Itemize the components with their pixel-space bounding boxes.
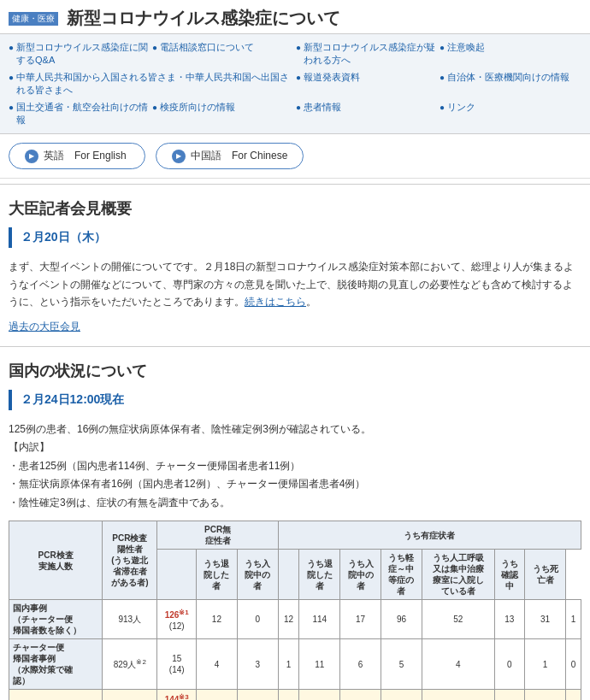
th-asym-count <box>157 550 197 600</box>
nav-item-links[interactable]: ● リンク <box>440 101 581 127</box>
domestic-asym: 12 <box>196 600 237 639</box>
minister-more-link[interactable]: 続きはこちら <box>245 296 306 308</box>
charter-severe: 0 <box>494 639 525 690</box>
th-asymptomatic-group: PCR無症性者 <box>157 521 278 550</box>
minister-body: まず、大型イベントの開催についてです。２月18日の新型コロナウイルス感染症対策本… <box>0 255 590 317</box>
lang-buttons-area: ▶ 英語 For English ▶ 中国語 For Chinese <box>0 134 590 179</box>
nav-item-alert[interactable]: ● 注意喚起 <box>440 41 581 68</box>
table-row-total: 合計 1,742人 144※3(26) 16 3 13 125 23 101 5… <box>9 690 581 700</box>
minister-section-title: 大臣記者会見概要 <box>0 190 590 224</box>
bullet-icon: ● <box>296 42 301 54</box>
total-confirming: 32 <box>525 690 566 700</box>
total-sym: 125 <box>299 690 340 700</box>
nav-area: ● 新型コロナウイルス感染症に関するQ&A ● 電話相談窓口について ● 新型コ… <box>0 34 590 134</box>
domestic-summary: 125例の患者、16例の無症状病原体保有者、陰性確定例3例が確認されている。 【… <box>0 417 590 516</box>
bullet-icon: ● <box>9 102 14 114</box>
charter-positive: 15(14) <box>157 639 197 690</box>
bullet-icon: ● <box>296 102 301 114</box>
nav-item-press[interactable]: ● 報道発表資料 <box>296 71 438 97</box>
nav-item-phone[interactable]: ● 電話相談窓口について <box>152 41 294 68</box>
th-sym-count <box>278 550 299 600</box>
charter-asym: 4 <box>196 639 237 690</box>
domestic-date: ２月24日12:00現在 <box>9 390 581 410</box>
covid-table: PCR検査実施人数 PCR検査陽性者(うち遊北省滞在者がある者) PCR無症性者… <box>9 521 581 700</box>
english-circle-icon: ▶ <box>25 150 38 163</box>
english-label: 英語 For English <box>44 149 127 163</box>
header-area: 健康・医療 新型コロナウイルス感染症について <box>0 0 590 34</box>
domestic-severe: 13 <box>494 600 525 639</box>
nav-item-china[interactable]: ● 中華人民共和国から入国される皆さま・中華人民共和国へ出国される皆さまへ <box>9 71 294 97</box>
domestic-sym: 114 <box>299 600 340 639</box>
bullet-icon: ● <box>296 72 301 84</box>
th-asym-discharged: うち退院した者 <box>196 550 237 600</box>
domestic-sym-discharged: 17 <box>340 600 381 639</box>
th-mild: うち軽症～中等症の者 <box>381 550 422 600</box>
past-minister-link[interactable]: 過去の大臣会見 <box>0 318 590 341</box>
total-mild: 56 <box>422 690 494 700</box>
minister-date: ２月20日（木） <box>9 227 581 248</box>
total-asym-discharged: 3 <box>237 690 278 700</box>
charter-sym-hospital: 5 <box>381 639 422 690</box>
domestic-asym-discharged: 0 <box>237 600 278 639</box>
th-severe: うち人工呼吸又は集中治療療室に入院している者 <box>422 550 494 600</box>
nav-item-local[interactable]: ● 自治体・医療機関向けの情報 <box>440 71 581 97</box>
charter-mild: 4 <box>422 639 494 690</box>
bullet-icon: ● <box>152 102 157 114</box>
domestic-section-title: 国内の状況について <box>0 352 590 386</box>
total-positive: 144※3(26) <box>157 690 197 700</box>
total-sym-hospital: 101 <box>381 690 422 700</box>
th-confirming: うち確認中 <box>494 550 525 600</box>
th-asym-hospital: うち入院中の者 <box>237 550 278 600</box>
covid-table-wrapper: PCR検査実施人数 PCR検査陽性者(うち遊北省滞在者がある者) PCR無症性者… <box>0 515 590 700</box>
th-pcr-positive: PCR検査陽性者(うち遊北省滞在者がある者) <box>103 521 157 600</box>
total-asym-hospital: 13 <box>278 690 299 700</box>
th-died: うち死亡者 <box>525 550 566 600</box>
label-charter: チャーター便帰国者事例（水際対策で確認） <box>9 639 103 690</box>
domestic-mild: 52 <box>422 600 494 639</box>
domestic-confirming: 31 <box>525 600 566 639</box>
bullet-icon: ● <box>9 42 14 54</box>
domestic-section: 国内の状況について ２月24日12:00現在 125例の患者、16例の無症状病原… <box>0 352 590 700</box>
nav-item-suspected[interactable]: ● 新型コロナウイルス感染症が疑われる方へ <box>296 41 438 68</box>
table-row-domestic: 国内事例（チャーター便帰国者数を除く） 913人 126※1(12) 12 0 … <box>9 600 581 639</box>
bullet-icon: ● <box>152 42 157 54</box>
th-pcr-total: PCR検査実施人数 <box>9 521 103 600</box>
charter-confirming: 1 <box>525 639 566 690</box>
nav-item-patients[interactable]: ● 患者情報 <box>296 101 438 127</box>
domestic-asym-hospital: 12 <box>278 600 299 639</box>
domestic-pcr-total: 913人 <box>103 600 157 639</box>
nav-grid: ● 新型コロナウイルス感染症に関するQ&A ● 電話相談窓口について ● 新型コ… <box>9 41 581 126</box>
divider-2 <box>0 346 590 347</box>
total-pcr-total: 1,742人 <box>103 690 157 700</box>
bullet-icon: ● <box>440 72 445 84</box>
table-row-charter: チャーター便帰国者事例（水際対策で確認） 829人※2 15(14) 4 3 1… <box>9 639 581 690</box>
nav-item-transport[interactable]: ● 国土交通省・航空会社向けの情報 <box>9 101 150 127</box>
nav-item-qa[interactable]: ● 新型コロナウイルス感染症に関するQ&A <box>9 41 150 68</box>
total-asym: 16 <box>196 690 237 700</box>
english-button[interactable]: ▶ 英語 For English <box>9 143 145 169</box>
total-sym-discharged: 23 <box>340 690 381 700</box>
total-died: 1 <box>565 690 581 700</box>
charter-sym-discharged: 6 <box>340 639 381 690</box>
charter-died: 0 <box>565 639 581 690</box>
chinese-label: 中国語 For Chinese <box>191 149 287 163</box>
chinese-circle-icon: ▶ <box>172 150 186 163</box>
label-total: 合計 <box>9 690 103 700</box>
total-severe: 13 <box>494 690 525 700</box>
th-sym-discharged: うち退院した者 <box>299 550 340 600</box>
bullet-icon: ● <box>440 42 445 54</box>
domestic-died: 1 <box>565 600 581 639</box>
label-domestic: 国内事例（チャーター便帰国者数を除く） <box>9 600 103 639</box>
domestic-positive: 126※1(12) <box>157 600 197 639</box>
charter-asym-discharged: 3 <box>237 639 278 690</box>
nav-item-quarantine[interactable]: ● 検疫所向けの情報 <box>152 101 294 127</box>
bullet-icon: ● <box>9 72 14 84</box>
divider-1 <box>0 184 590 185</box>
th-symptomatic-group: うち有症状者 <box>278 521 581 550</box>
category-badge: 健康・医療 <box>9 12 58 26</box>
domestic-sym-hospital: 96 <box>381 600 422 639</box>
charter-asym-hospital: 1 <box>278 639 299 690</box>
chinese-button[interactable]: ▶ 中国語 For Chinese <box>156 143 304 169</box>
th-sym-hospital: うち入院中の者 <box>340 550 381 600</box>
page-title: 新型コロナウイルス感染症について <box>67 9 340 27</box>
